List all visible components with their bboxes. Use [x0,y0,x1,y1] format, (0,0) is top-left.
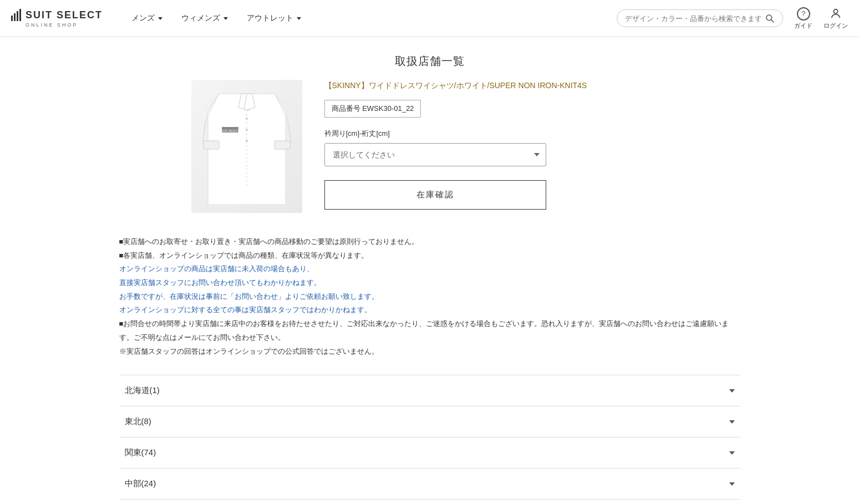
confirm-button[interactable]: 在庫確認 [324,180,546,210]
main-nav: メンズ ウィメンズ アウトレット [125,9,617,28]
chevron-down-icon [729,451,735,455]
notice-item: ■各実店舗、オンラインショップでは商品の種類、在庫状況等が異なります。 [119,249,740,263]
chevron-down-icon [297,17,301,20]
nav-item-outlet[interactable]: アウトレット [240,9,308,28]
svg-line-1 [771,20,774,23]
chevron-down-icon [158,17,162,20]
login-button[interactable]: ログイン [824,7,848,30]
region-kansai[interactable]: 関西(20) [119,499,740,504]
svg-rect-12 [204,141,219,149]
chevron-down-icon [729,389,735,393]
product-details: 【SKINNY】ワイドドレスワイシャツ/ホワイト/SUPER NON IRON-… [324,80,668,213]
nav-item-womens[interactable]: ウィメンズ [175,9,235,28]
notice-item: ■実店舗へのお取寄せ・お取り置き・実店舗への商品移動のご要望は原則行っておりませ… [119,235,740,249]
notice-item: 直接実店舗スタッフにお問い合わせ頂いてもわかりかねます。 [119,276,740,290]
search-icon [765,13,775,23]
site-tagline: ONLINE SHOP [11,22,103,28]
product-title: 【SKINNY】ワイドドレスワイシャツ/ホワイト/SUPER NON IRON-… [324,80,668,91]
site-header: SUIT SELECT ONLINE SHOP メンズ ウィメンズ アウトレット… [0,0,859,37]
store-region-list: 北海道(1) 東北(8) 関東(74) 中部(24) 関西(20) [97,375,763,504]
region-hokkaido[interactable]: 北海道(1) [119,375,740,406]
svg-rect-13 [275,141,290,149]
chevron-down-icon [729,420,735,424]
size-label: 衿周り[cm]-裄丈[cm] [324,129,668,139]
product-section: SUIT SELECT 【SKINNY】ワイドドレスワイシャツ/ホワイト/SUP… [180,80,679,213]
notice-item: ■お問合せの時間帯より実店舗に来店中のお客様をお待たせさせたり、ご対応出来なかっ… [119,317,740,344]
shirt-svg: SUIT SELECT [202,88,291,205]
header-icons: ? ガイド ログイン [794,7,848,30]
svg-point-9 [246,118,248,120]
svg-point-0 [766,15,772,21]
svg-point-11 [246,140,248,142]
size-select-wrapper: 選択してください [324,143,546,166]
product-image: SUIT SELECT [191,80,302,213]
nav-item-mens[interactable]: メンズ [125,9,169,28]
size-select[interactable]: 選択してください [324,143,546,166]
region-chubu[interactable]: 中部(24) [119,468,740,499]
guide-button[interactable]: ? ガイド [794,7,812,30]
person-icon [829,7,842,21]
product-code-box: 商品番号 EWSK30-01_22 [324,100,421,118]
notice-area: ■実店舗へのお取寄せ・お取り置き・実店舗への商品移動のご要望は原則行っておりませ… [97,235,763,358]
search-area [617,9,783,27]
chevron-down-icon [729,482,735,486]
svg-point-2 [833,9,837,13]
product-image-area: SUIT SELECT [191,80,302,213]
svg-text:SUIT SELECT: SUIT SELECT [221,129,238,133]
question-icon: ? [797,7,810,21]
notice-item: お手数ですが、在庫状況は事前に「お問い合わせ」よりご依頼お願い致します。 [119,290,740,304]
notice-item: オンラインショップに対する全ての事は実店舗スタッフではわかりかねます。 [119,303,740,317]
notice-item: ※実店舗スタッフの回答はオンラインショップでの公式回答ではございません。 [119,345,740,359]
search-input[interactable] [625,14,765,23]
notice-item: オンラインショップの商品は実店舗に未入荷の場合もあり、 [119,262,740,276]
logo-bars-icon [11,9,21,21]
logo-area[interactable]: SUIT SELECT ONLINE SHOP [11,9,103,28]
site-name: SUIT SELECT [26,9,103,21]
search-button[interactable] [765,13,775,23]
svg-point-10 [246,129,248,131]
chevron-down-icon [223,17,228,20]
region-tohoku[interactable]: 東北(8) [119,406,740,437]
region-kanto[interactable]: 関東(74) [119,437,740,468]
page-title: 取扱店舗一覧 [0,37,859,80]
